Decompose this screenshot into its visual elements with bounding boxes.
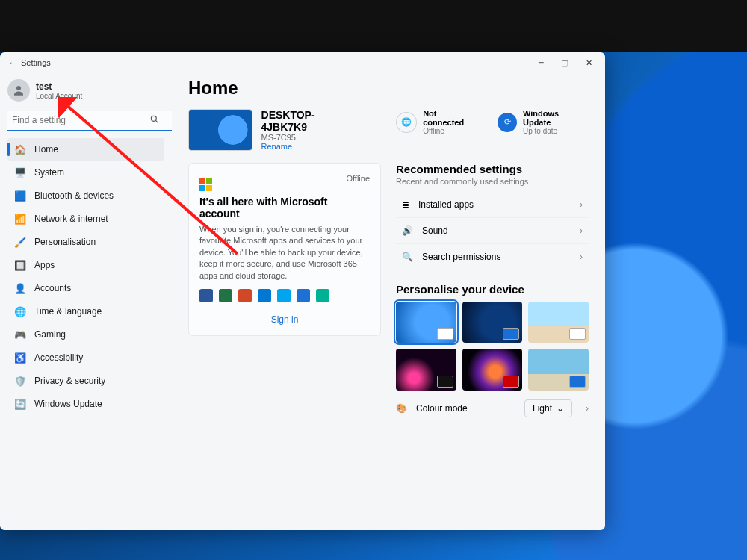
recommended-item-icon: ≣: [402, 199, 409, 210]
pc-info: DESKTOP-4JBK7K9 MS-7C95 Rename: [188, 109, 360, 151]
time-icon: 🌐: [13, 305, 27, 318]
svg-point-0: [16, 86, 21, 90]
pc-thumbnail: [188, 109, 252, 151]
sidebar-item-priv[interactable]: 🛡️ Privacy & security: [7, 370, 164, 392]
sidebar-item-label: Home: [34, 144, 58, 155]
user-name: test: [36, 81, 82, 92]
recommended-item-icon: 🔊: [402, 225, 413, 236]
back-button[interactable]: ←: [4, 58, 21, 67]
monitor-bezel: [0, 0, 747, 52]
search-wrap: [7, 111, 164, 131]
sidebar-item-upd[interactable]: 🔄 Windows Update: [7, 393, 164, 415]
pers-icon: 🖌️: [13, 235, 27, 249]
theme-option-1[interactable]: [396, 302, 456, 343]
sidebar-item-label: System: [34, 167, 64, 178]
ms-card-heading: It's all here with Microsoft account: [199, 196, 370, 220]
m365-app-icons: [199, 289, 370, 302]
recommended-section: Recommended settings Recent and commonly…: [396, 163, 589, 270]
sidebar-item-label: Time & language: [34, 306, 102, 317]
net-icon: 📶: [13, 212, 27, 225]
search-icon: [149, 114, 160, 127]
priv-icon: 🛡️: [13, 374, 27, 388]
sidebar-item-time[interactable]: 🌐 Time & language: [7, 300, 164, 323]
colour-mode-select[interactable]: Light ⌄: [524, 399, 572, 417]
theme-option-2[interactable]: [462, 302, 523, 343]
sidebar-item-net[interactable]: 📶 Network & internet: [7, 208, 164, 230]
avatar-icon: [7, 79, 30, 102]
recommended-item-2[interactable]: 🔍 Search permissions ›: [396, 243, 589, 270]
acc-icon: ♿: [13, 351, 27, 364]
sidebar-item-home[interactable]: 🏠 Home: [7, 138, 164, 161]
network-status-title: Not connected: [423, 109, 480, 127]
recommended-item-0[interactable]: ≣ Installed apps ›: [396, 192, 589, 217]
sidebar-item-label: Apps: [34, 260, 55, 270]
recommended-item-label: Installed apps: [418, 199, 474, 210]
ms-card-body: When you sign in, you're connecting your…: [199, 224, 370, 281]
home-icon: 🏠: [13, 143, 27, 156]
theme-option-4[interactable]: [396, 349, 456, 390]
main-content: Home DESKTOP-4JBK7K9 MS-7C95 Rename 🌐 No…: [172, 73, 605, 530]
page-title: Home: [188, 78, 589, 99]
colour-mode-value: Light: [533, 403, 552, 414]
search-input[interactable]: [7, 111, 172, 131]
sign-in-link[interactable]: Sign in: [199, 311, 370, 325]
upd-icon: 🔄: [13, 397, 27, 411]
m365-app-icon-6: [316, 289, 329, 302]
network-status[interactable]: 🌐 Not connected Offline: [396, 109, 480, 135]
sidebar-item-acc[interactable]: ♿ Accessibility: [7, 346, 164, 369]
device-header-row: DESKTOP-4JBK7K9 MS-7C95 Rename 🌐 Not con…: [188, 109, 589, 151]
theme-grid: [396, 302, 589, 391]
maximize-button[interactable]: ▢: [553, 55, 577, 71]
update-status-title: Windows Update: [523, 109, 589, 127]
system-icon: 🖥️: [13, 166, 27, 179]
sidebar-item-acct[interactable]: 👤 Accounts: [7, 277, 164, 299]
recommended-item-label: Search permissions: [422, 252, 500, 262]
ms-logo-icon: [199, 178, 212, 191]
theme-option-5[interactable]: [462, 349, 523, 390]
m365-app-icon-0: [199, 289, 213, 302]
chevron-down-icon: ⌄: [557, 403, 564, 414]
m365-app-icon-1: [219, 289, 232, 302]
m365-app-icon-5: [297, 289, 310, 302]
svg-point-1: [151, 116, 156, 121]
ms-card-status: Offline: [346, 174, 370, 183]
recommended-list: ≣ Installed apps ›🔊 Sound ›🔍 Search perm…: [396, 192, 589, 270]
m365-app-icon-3: [258, 289, 271, 302]
rename-link[interactable]: Rename: [261, 142, 361, 151]
window-title: Settings: [21, 58, 51, 67]
chevron-right-icon: ›: [580, 252, 583, 262]
sidebar-item-system[interactable]: 🖥️ System: [7, 161, 164, 184]
bt-icon: 🟦: [13, 189, 27, 202]
pc-name: DESKTOP-4JBK7K9: [261, 109, 361, 133]
minimize-button[interactable]: ━: [529, 55, 553, 71]
sidebar-item-apps[interactable]: 🔲 Apps: [7, 254, 164, 276]
network-status-sub: Offline: [423, 127, 480, 135]
sidebar: test Local Account 🏠 Home🖥️ System🟦 Blue…: [0, 73, 172, 530]
recommended-item-1[interactable]: 🔊 Sound ›: [396, 217, 589, 243]
m365-app-icon-4: [277, 289, 291, 302]
titlebar: ← Settings ━ ▢ ✕: [0, 52, 605, 73]
theme-option-3[interactable]: [528, 302, 589, 343]
chevron-right-icon: ›: [580, 225, 583, 236]
update-status-sub: Up to date: [523, 127, 589, 135]
theme-option-6[interactable]: [528, 349, 589, 390]
close-button[interactable]: ✕: [577, 55, 601, 71]
nav-list: 🏠 Home🖥️ System🟦 Bluetooth & devices📶 Ne…: [7, 138, 164, 415]
update-icon: ⟳: [498, 113, 517, 132]
chevron-right-icon: ›: [586, 403, 589, 414]
recommended-sub: Recent and commonly used settings: [396, 177, 589, 186]
user-account-type: Local Account: [36, 92, 82, 100]
sidebar-item-label: Accounts: [34, 283, 71, 293]
recommended-item-label: Sound: [422, 225, 448, 236]
sidebar-item-game[interactable]: 🎮 Gaming: [7, 323, 164, 346]
windows-update-status[interactable]: ⟳ Windows Update Up to date: [498, 109, 589, 135]
user-block[interactable]: test Local Account: [7, 79, 164, 102]
recommended-title: Recommended settings: [396, 163, 589, 175]
colour-mode-label: Colour mode: [416, 403, 468, 414]
sidebar-item-label: Bluetooth & devices: [34, 190, 114, 201]
sidebar-item-bt[interactable]: 🟦 Bluetooth & devices: [7, 184, 164, 207]
sidebar-item-label: Accessibility: [34, 352, 83, 363]
sidebar-item-pers[interactable]: 🖌️ Personalisation: [7, 231, 164, 253]
sidebar-item-label: Windows Update: [34, 399, 102, 409]
sidebar-item-label: Personalisation: [34, 237, 96, 247]
